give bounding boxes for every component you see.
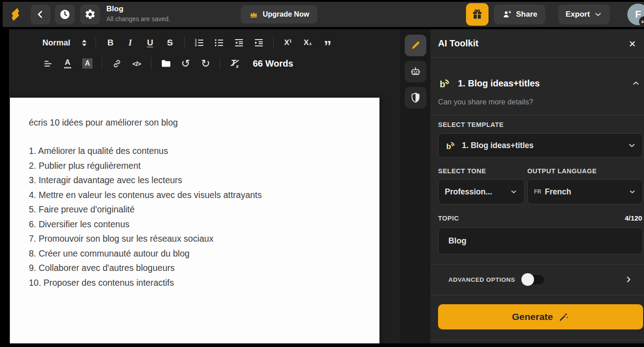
generate-button[interactable]: Generate: [438, 304, 643, 329]
chevron-up-icon: [631, 79, 640, 88]
document-list-item: 7. Promouvoir son blog sur les réseaux s…: [29, 231, 379, 246]
divider: [430, 57, 644, 58]
superscript-button[interactable]: X¹: [280, 35, 296, 51]
rewards-button[interactable]: [466, 3, 489, 26]
underline-button[interactable]: U: [142, 35, 158, 51]
topic-field: [438, 227, 643, 254]
ordered-list-icon: 123: [194, 37, 205, 48]
section-title: 1. Blog ideas+titles: [458, 78, 625, 89]
clear-formatting-button[interactable]: Tx: [227, 55, 243, 72]
advanced-options-toggle[interactable]: [521, 273, 545, 286]
topic-input[interactable]: [445, 236, 636, 246]
top-bar: Blog All changes are saved. Upgrade Now: [3, 2, 644, 27]
document-list-item: 9. Collaborer avec d'autres blogueurs: [29, 261, 379, 275]
text-color-icon: A: [64, 59, 71, 68]
redo-button[interactable]: ↻: [197, 55, 214, 72]
pencil-icon: [410, 40, 421, 51]
paragraph-style-dropdown[interactable]: Normal: [40, 38, 89, 48]
svg-text:3: 3: [195, 44, 197, 47]
highlight-color-icon: A: [82, 59, 92, 68]
chevron-down-icon: [627, 141, 636, 150]
language-dropdown[interactable]: FR French: [527, 179, 643, 204]
folder-button[interactable]: [158, 55, 174, 72]
subscript-button[interactable]: X₁: [300, 35, 316, 51]
svg-text:b: b: [440, 79, 445, 89]
share-button[interactable]: Share: [494, 5, 545, 24]
divider: [273, 37, 274, 49]
bold-icon: B: [107, 38, 114, 48]
underline-icon: U: [147, 38, 153, 48]
folder-icon: [160, 58, 171, 69]
align-button[interactable]: [40, 55, 56, 72]
strikethrough-button[interactable]: S: [162, 35, 178, 51]
tone-dropdown[interactable]: Profession...: [438, 179, 525, 204]
export-label: Export: [566, 10, 590, 19]
bullet-list-icon: [214, 37, 224, 48]
bullet-list-button[interactable]: [211, 35, 227, 51]
superscript-icon: X¹: [284, 38, 292, 47]
divider: [430, 115, 644, 115]
text-color-button[interactable]: A: [59, 55, 76, 72]
document-list-item: 3. Interagir davantage avec les lecteurs: [29, 173, 379, 188]
blockquote-button[interactable]: ”: [320, 35, 336, 51]
topic-char-counter: 4/120: [625, 214, 642, 222]
outdent-button[interactable]: [231, 35, 247, 51]
robot-icon: [410, 66, 421, 77]
magic-wand-icon: [558, 311, 569, 322]
document-list-item: 6. Diversifier les contenus: [29, 217, 379, 232]
back-button[interactable]: [31, 5, 50, 24]
align-left-icon: [43, 59, 53, 69]
settings-button[interactable]: [80, 5, 100, 24]
app-logo-icon[interactable]: [6, 5, 24, 23]
strikethrough-icon: S: [167, 38, 173, 48]
chevron-down-icon: [594, 10, 603, 19]
language-code-badge: FR: [534, 189, 541, 195]
divider: [430, 264, 644, 265]
document-list-item: 5. Faire preuve d'originalité: [29, 202, 379, 217]
template-section-header[interactable]: b 1. Blog ideas+titles: [438, 74, 640, 92]
indent-button[interactable]: [251, 35, 267, 51]
subscript-icon: X₁: [304, 38, 312, 47]
indent-icon: [253, 37, 264, 48]
ordered-list-button[interactable]: 123: [191, 35, 207, 51]
close-panel-button[interactable]: ×: [624, 36, 640, 52]
bold-button[interactable]: B: [102, 35, 119, 51]
format-toolbar-row-2: A A </> ↺ ↻ Tx 66 Words: [40, 55, 293, 72]
ai-assistant-tool-button[interactable]: [405, 61, 426, 82]
blog-template-icon: b: [438, 77, 452, 90]
writer-tool-button[interactable]: [405, 35, 426, 56]
redo-icon: ↻: [201, 57, 210, 70]
link-button[interactable]: [109, 55, 125, 72]
chevron-right-icon: [624, 275, 633, 284]
advanced-options-expand-button[interactable]: [624, 275, 633, 284]
template-dropdown[interactable]: b 1. Blog ideas+titles: [438, 133, 643, 158]
svg-text:b: b: [446, 142, 451, 151]
right-tool-strip: [400, 29, 430, 343]
document-page[interactable]: écris 10 idées pour améliorer son blog 1…: [10, 98, 379, 343]
history-button[interactable]: [55, 5, 75, 24]
panel-title: AI Toolkit: [438, 38, 479, 49]
undo-icon: ↺: [181, 57, 190, 70]
advanced-options-label: ADVANCED OPTIONS: [448, 276, 515, 283]
editor-area: Normal B I U S 123 X¹: [9, 29, 400, 343]
document-list-item: 1. Améliorer la qualité des contenus: [29, 144, 379, 158]
advanced-options-row: ADVANCED OPTIONS: [448, 270, 633, 288]
highlight-color-button[interactable]: A: [79, 55, 96, 72]
shield-icon: [410, 92, 421, 104]
export-button[interactable]: Export: [558, 5, 610, 24]
undo-button[interactable]: ↺: [178, 55, 194, 72]
upgrade-now-button[interactable]: Upgrade Now: [241, 5, 317, 23]
divider: [102, 58, 102, 69]
chevron-down-icon: [510, 188, 518, 196]
outdent-icon: [233, 37, 244, 48]
crown-icon: [249, 9, 259, 19]
gear-icon: [84, 9, 96, 20]
select-template-label: SELECT TEMPLATE: [438, 121, 504, 128]
updown-arrows-icon: [82, 40, 87, 46]
italic-button[interactable]: I: [122, 35, 138, 51]
autosave-status: All changes are saved.: [106, 15, 170, 23]
code-button[interactable]: </>: [128, 55, 145, 72]
template-dropdown-value: 1. Blog ideas+titles: [462, 141, 622, 150]
brand-safety-tool-button[interactable]: [405, 87, 426, 108]
toggle-knob: [521, 273, 534, 286]
